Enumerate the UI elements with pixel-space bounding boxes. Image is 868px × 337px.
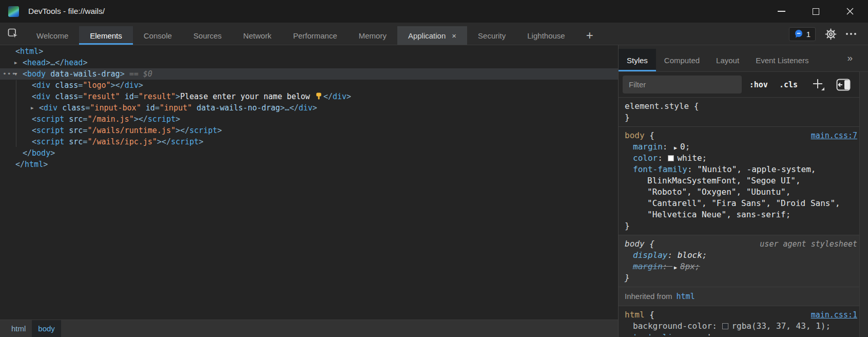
css-property-value: "Cantarell", "Fira Sans", "Droid Sans", [647, 198, 840, 208]
css-value-wrap: "Roboto", "Oxygen", "Ubuntu", [647, 186, 857, 198]
close-button[interactable] [838, 0, 862, 23]
expand-shorthand-icon[interactable]: ▶ [674, 145, 677, 151]
tab-sources[interactable]: Sources [183, 26, 233, 45]
code-token: script [171, 137, 199, 146]
css-declaration-text-align[interactable]: text-align: center; [633, 332, 857, 335]
css-declaration-color[interactable]: color: white; [633, 153, 857, 164]
toggle-pseudo-state-button[interactable]: :hov [749, 80, 768, 89]
css-selector-line[interactable]: body {user agent stylesheet [625, 238, 857, 250]
dom-tree-row[interactable]: <script src="/wails/ipc.js"></script> [0, 136, 618, 147]
new-style-rule-button[interactable] [811, 78, 825, 91]
toggle-sidebar-icon[interactable] [836, 79, 851, 91]
code-token: : [712, 321, 722, 331]
expand-shorthand-icon[interactable]: ▶ [674, 265, 677, 270]
css-declaration-font-family[interactable]: font-family: "Nunito", -apple-system, [633, 164, 857, 175]
code-token: < [32, 92, 36, 101]
tab-close-icon[interactable]: × [452, 31, 456, 40]
toggle-element-classes-button[interactable]: .cls [779, 80, 798, 89]
dom-tree-row[interactable]: <script src="/main.js"></script> [0, 114, 618, 125]
code-token [50, 81, 55, 90]
tab-memory[interactable]: Memory [348, 26, 397, 45]
code-token: div [44, 103, 57, 113]
code-token: { [689, 101, 699, 111]
dom-tree-row[interactable]: ▶<div class="input-box" id="input" data-… [0, 102, 618, 114]
code-token: </ [290, 103, 299, 113]
tab-security[interactable]: Security [467, 26, 516, 45]
code-token: div [36, 81, 50, 90]
add-tab-button[interactable]: + [576, 26, 604, 45]
tab-styles[interactable]: Styles [619, 49, 656, 71]
dom-tree-row[interactable]: <div class="result" id="result">Please e… [0, 91, 618, 102]
code-token: : [667, 250, 677, 260]
inherited-node-link[interactable]: html [677, 291, 695, 302]
tab-network[interactable]: Network [233, 26, 282, 45]
tab-computed[interactable]: Computed [656, 49, 708, 71]
dom-tree-row[interactable]: ▶<head>…</head> [0, 57, 618, 68]
issues-counter-button[interactable]: 1 [789, 27, 816, 41]
code-token [120, 92, 125, 101]
dom-tree-row-selected[interactable]: •••▼<body data-wails-drag> == $0 [0, 68, 618, 80]
tab-performance[interactable]: Performance [282, 26, 348, 45]
css-selector-line[interactable]: element.style { [625, 101, 857, 112]
css-selector-line[interactable]: body {main.css:7 [625, 130, 857, 141]
tab-application[interactable]: Application× [397, 26, 467, 45]
tab-layout[interactable]: Layout [708, 49, 747, 71]
devtools-content: <html>▶<head>…</head>•••▼<body data-wail… [0, 45, 868, 337]
elements-panel: <html>▶<head>…</head>•••▼<body data-wail… [0, 45, 619, 337]
styles-scrollbar[interactable] [859, 72, 868, 337]
code-token: : [663, 142, 672, 152]
css-declaration-margin[interactable]: margin: ▶0; [633, 141, 857, 153]
css-declaration-display[interactable]: display: block; [633, 250, 857, 261]
css-declaration-margin[interactable]: margin: ▶8px; [633, 261, 857, 272]
tab-lighthouse[interactable]: Lighthouse [516, 26, 575, 45]
expand-arrow-icon[interactable]: ▶ [14, 57, 17, 68]
dom-tree-row[interactable]: </html> [0, 159, 618, 170]
code-token: > [46, 58, 50, 67]
css-selector-line[interactable]: html {main.css:1 [625, 309, 857, 321]
code-token: body [27, 69, 46, 79]
color-swatch[interactable] [722, 323, 728, 329]
inspect-element-button[interactable] [3, 24, 23, 43]
code-token: div [299, 103, 313, 113]
tab-welcome[interactable]: Welcome [26, 26, 79, 45]
more-tabs-icon[interactable]: » [847, 52, 853, 64]
tab-console[interactable]: Console [133, 26, 183, 45]
tab-event-listeners[interactable]: Event Listeners [747, 49, 817, 71]
css-property-name: color [633, 153, 658, 163]
dom-tree-row[interactable]: <script src="/wails/runtime.js"></script… [0, 125, 618, 136]
css-value-wrap: "Cantarell", "Fira Sans", "Droid Sans", [647, 198, 857, 209]
stylesheet-source-link[interactable]: main.css:7 [811, 131, 857, 140]
more-options-icon[interactable] [846, 33, 856, 35]
stylesheet-source[interactable]: main.css:7 [811, 130, 857, 141]
code-token: > [43, 160, 48, 169]
minimize-button[interactable] [769, 0, 793, 23]
devtools-app-icon [8, 6, 19, 17]
dom-tree-row[interactable]: <div class="logo"></div> [0, 80, 618, 91]
stylesheet-source[interactable]: main.css:1 [811, 309, 857, 321]
expand-arrow-icon[interactable]: ▶ [31, 102, 33, 114]
css-declaration-background-color[interactable]: background-color: rgba(33, 37, 43, 1); [633, 321, 857, 332]
code-token: ; [702, 250, 707, 260]
breadcrumb-item-body[interactable]: body [32, 320, 61, 337]
code-token: "/wails/runtime.js" [87, 126, 176, 135]
dom-tree-row[interactable]: </body> [0, 147, 618, 159]
code-token: : [687, 164, 697, 174]
filter-input[interactable] [623, 76, 742, 93]
css-property-value: "Roboto", "Oxygen", "Ubuntu", [647, 187, 790, 197]
settings-gear-icon[interactable] [824, 28, 837, 41]
code-token [141, 103, 146, 113]
tab-elements[interactable]: Elements [79, 26, 133, 45]
css-property-value: 0 [680, 142, 685, 152]
code-token: src [69, 126, 83, 135]
code-token: = [134, 92, 139, 101]
collapse-arrow-icon[interactable]: ▼ [14, 68, 17, 80]
close-icon [846, 7, 854, 15]
tab-label: Network [243, 31, 272, 40]
color-swatch[interactable] [668, 155, 674, 161]
stylesheet-source-link[interactable]: main.css:1 [811, 310, 857, 320]
code-token: … [50, 58, 55, 67]
dom-tree-row[interactable]: <html> [0, 46, 618, 57]
css-property-name: font-family [633, 164, 687, 174]
maximize-button[interactable] [804, 0, 827, 23]
breadcrumb-item-html[interactable]: html [5, 320, 32, 337]
